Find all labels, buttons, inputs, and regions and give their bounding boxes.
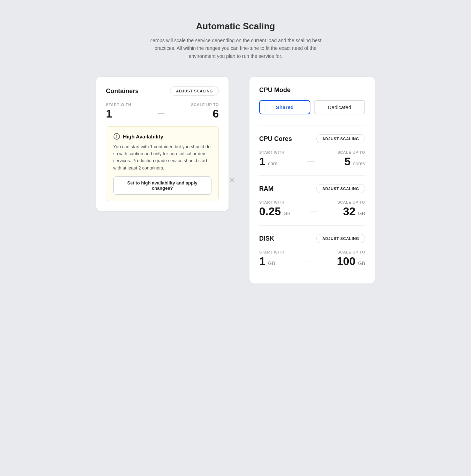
cpu-cores-start-value-row: 1 core xyxy=(259,156,285,167)
containers-start-value: 1 xyxy=(106,108,131,119)
cpu-mode-section: CPU Mode Shared Dedicated xyxy=(259,86,365,114)
containers-start-label: START WITH xyxy=(106,103,131,107)
divider-2 xyxy=(259,175,365,176)
ram-adjust-btn[interactable]: ADJUST SCALING xyxy=(316,184,365,193)
disk-scale-label: SCALE UP TO xyxy=(337,250,365,254)
dedicated-mode-button[interactable]: Dedicated xyxy=(314,100,365,114)
disk-start-col: START WITH 1 GB xyxy=(259,250,285,267)
disk-scale-value-row: 100 GB xyxy=(337,256,365,267)
containers-title: Containers xyxy=(106,88,139,95)
ram-scaling-row: START WITH 0.25 GB — SCALE UP TO 32 GB xyxy=(259,200,365,217)
ram-scale-value-row: 32 GB xyxy=(337,206,365,217)
disk-adjust-btn[interactable]: ADJUST SCALING xyxy=(316,234,365,243)
containers-scale-label: SCALE UP TO xyxy=(191,103,219,107)
containers-adjust-btn[interactable]: ADJUST SCALING xyxy=(170,86,219,96)
divider-3 xyxy=(259,225,365,226)
disk-start-value-row: 1 GB xyxy=(259,256,285,267)
cpu-cores-scaling-row: START WITH 1 core — SCALE UP TO 5 cores xyxy=(259,150,365,167)
ram-title: RAM xyxy=(259,185,273,192)
ram-scale-value: 32 xyxy=(343,205,356,218)
cpu-cores-start-value: 1 xyxy=(259,155,265,168)
cpu-cores-scale-label: SCALE UP TO xyxy=(337,150,365,154)
cpu-cores-section: CPU Cores ADJUST SCALING START WITH 1 co… xyxy=(259,134,365,167)
cpu-cores-dash: — xyxy=(307,157,314,167)
cpu-cores-title: CPU Cores xyxy=(259,135,292,143)
ha-title-text: High Availability xyxy=(123,134,163,139)
disk-scaling-row: START WITH 1 GB — SCALE UP TO 100 GB xyxy=(259,250,365,267)
ram-start-unit: GB xyxy=(284,211,291,216)
containers-scale-value: 6 xyxy=(191,108,219,119)
ram-section: RAM ADJUST SCALING START WITH 0.25 GB — … xyxy=(259,184,365,217)
disk-dash: — xyxy=(307,257,314,267)
disk-header: DISK ADJUST SCALING xyxy=(259,234,365,243)
disk-scale-unit: GB xyxy=(358,260,365,266)
cpu-cores-adjust-btn[interactable]: ADJUST SCALING xyxy=(316,134,365,143)
disk-start-value: 1 xyxy=(259,255,265,267)
disk-section: DISK ADJUST SCALING START WITH 1 GB — SC… xyxy=(259,234,365,267)
ram-start-value: 0.25 xyxy=(259,205,281,218)
page-title: Automatic Scaling xyxy=(196,21,275,32)
ram-scale-label: SCALE UP TO xyxy=(337,200,365,204)
cpu-cores-start-unit: core xyxy=(268,161,277,166)
ram-header: RAM ADJUST SCALING xyxy=(259,184,365,193)
page-description: Zerops will scale the service depending … xyxy=(145,37,326,60)
containers-start-col: START WITH 1 xyxy=(106,103,131,119)
shared-mode-button[interactable]: Shared xyxy=(259,100,310,114)
ram-dash: — xyxy=(310,207,317,217)
ha-action-button[interactable]: Set to high availability and apply chang… xyxy=(113,176,211,195)
ram-scale-col: SCALE UP TO 32 GB xyxy=(337,200,365,217)
containers-scale-col: SCALE UP TO 6 xyxy=(191,103,219,119)
ha-warning: High Availability You can start with 1 c… xyxy=(106,126,219,201)
disk-scale-col: SCALE UP TO 100 GB xyxy=(337,250,365,267)
cpu-cores-start-col: START WITH 1 core xyxy=(259,150,285,167)
ha-warning-icon xyxy=(113,133,120,140)
cpu-cores-start-label: START WITH xyxy=(259,150,285,154)
divider-1 xyxy=(259,126,365,126)
left-panel: Containers ADJUST SCALING START WITH 1 —… xyxy=(96,77,229,211)
cpu-cores-scale-col: SCALE UP TO 5 cores xyxy=(337,150,365,167)
containers-card: Containers ADJUST SCALING START WITH 1 —… xyxy=(96,77,229,211)
ha-title-row: High Availability xyxy=(113,133,211,140)
ram-start-label: START WITH xyxy=(259,200,291,204)
ram-start-col: START WITH 0.25 GB xyxy=(259,200,291,217)
disk-start-label: START WITH xyxy=(259,250,285,254)
disk-scale-value: 100 xyxy=(337,255,355,267)
main-content: Containers ADJUST SCALING START WITH 1 —… xyxy=(96,77,375,284)
ha-description: You can start with 1 container, but you … xyxy=(113,143,211,172)
containers-scaling-row: START WITH 1 — SCALE UP TO 6 xyxy=(106,103,219,119)
containers-dash: — xyxy=(157,109,164,119)
cpu-mode-buttons: Shared Dedicated xyxy=(259,100,365,114)
cpu-cores-scale-unit: cores xyxy=(353,161,365,166)
cpu-mode-title: CPU Mode xyxy=(259,86,365,94)
cpu-cores-scale-value: 5 xyxy=(345,155,351,168)
cpu-cores-header: CPU Cores ADJUST SCALING xyxy=(259,134,365,143)
page-wrapper: Automatic Scaling Zerops will scale the … xyxy=(96,21,375,284)
containers-card-header: Containers ADJUST SCALING xyxy=(106,86,219,96)
cpu-cores-scale-value-row: 5 cores xyxy=(337,156,365,167)
ram-scale-unit: GB xyxy=(358,211,365,216)
right-panel: CPU Mode Shared Dedicated CPU Cores ADJU… xyxy=(249,77,375,284)
multiply-operator: × xyxy=(222,175,242,186)
disk-title: DISK xyxy=(259,235,274,242)
ram-start-value-row: 0.25 GB xyxy=(259,206,291,217)
disk-start-unit: GB xyxy=(268,260,275,266)
